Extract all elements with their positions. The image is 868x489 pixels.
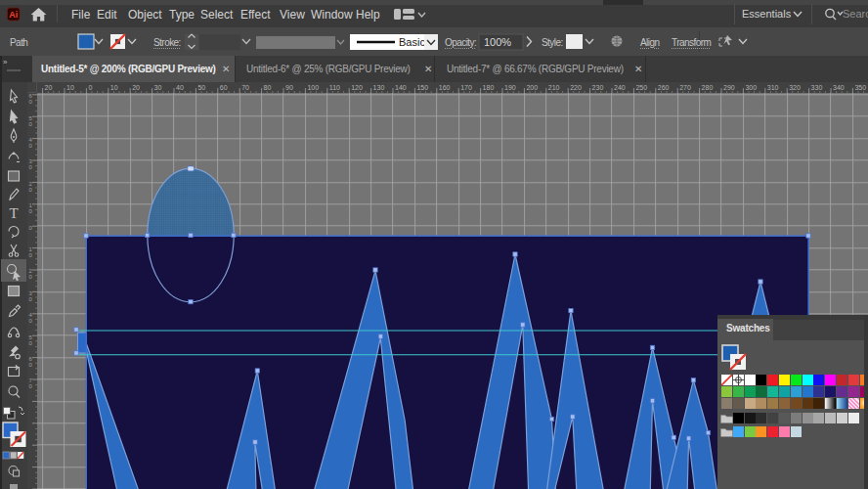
svg-text:220: 220 (570, 84, 582, 91)
svg-text:270: 270 (679, 84, 691, 91)
svg-text:210: 210 (548, 84, 560, 91)
svg-text:190: 190 (504, 84, 516, 91)
svg-text:50: 50 (197, 84, 205, 91)
svg-text:»: » (3, 58, 8, 67)
svg-text:60: 60 (220, 84, 228, 91)
svg-text:200: 200 (526, 84, 538, 91)
svg-text:0: 0 (29, 252, 33, 258)
svg-text:100: 100 (307, 84, 319, 91)
svg-text:170: 170 (460, 84, 472, 91)
svg-text:0: 0 (29, 296, 33, 302)
svg-text:120: 120 (351, 84, 363, 91)
svg-text:0: 0 (29, 318, 33, 324)
svg-text:0: 0 (29, 362, 33, 368)
svg-text:140: 140 (395, 84, 407, 91)
svg-text:280: 280 (702, 84, 714, 91)
svg-text:Search: Search (843, 8, 868, 20)
svg-text:40: 40 (176, 84, 184, 91)
svg-text:340: 340 (833, 84, 845, 91)
svg-text:290: 290 (723, 84, 735, 91)
svg-text:0: 0 (29, 340, 33, 346)
svg-text:0: 0 (29, 225, 33, 231)
svg-text:300: 300 (745, 84, 757, 91)
svg-text:20: 20 (132, 84, 140, 91)
svg-text:Basic: Basic (399, 36, 425, 48)
svg-text:10: 10 (110, 84, 118, 91)
svg-text:70: 70 (241, 84, 249, 91)
svg-text:100%: 100% (484, 36, 511, 48)
svg-text:240: 240 (614, 84, 626, 91)
svg-text:160: 160 (439, 84, 451, 91)
svg-text:330: 330 (811, 84, 823, 91)
svg-text:90: 90 (285, 84, 293, 91)
svg-text:310: 310 (767, 84, 779, 91)
svg-text:T: T (9, 205, 18, 221)
svg-text:350: 350 (854, 84, 866, 91)
svg-text:0: 0 (29, 383, 33, 389)
svg-text:150: 150 (416, 84, 428, 91)
svg-text:0: 0 (29, 121, 33, 127)
svg-text:0: 0 (88, 84, 92, 91)
svg-text:10: 10 (66, 84, 74, 91)
svg-text:110: 110 (329, 84, 340, 91)
svg-text:130: 130 (373, 84, 385, 91)
svg-text:250: 250 (635, 84, 647, 91)
svg-text:30: 30 (154, 84, 162, 91)
svg-text:0: 0 (29, 187, 33, 193)
svg-text:80: 80 (264, 84, 272, 91)
svg-text:320: 320 (789, 84, 801, 91)
svg-text:0: 0 (29, 164, 33, 170)
svg-text:230: 230 (592, 84, 604, 91)
svg-text:0: 0 (29, 208, 33, 214)
svg-text:180: 180 (483, 84, 495, 91)
svg-text:0: 0 (29, 274, 33, 280)
svg-text:0: 0 (29, 99, 33, 105)
svg-text:260: 260 (658, 84, 670, 91)
svg-text:20: 20 (45, 84, 53, 91)
svg-text:0: 0 (29, 143, 33, 149)
svg-text:Ai: Ai (9, 10, 18, 20)
